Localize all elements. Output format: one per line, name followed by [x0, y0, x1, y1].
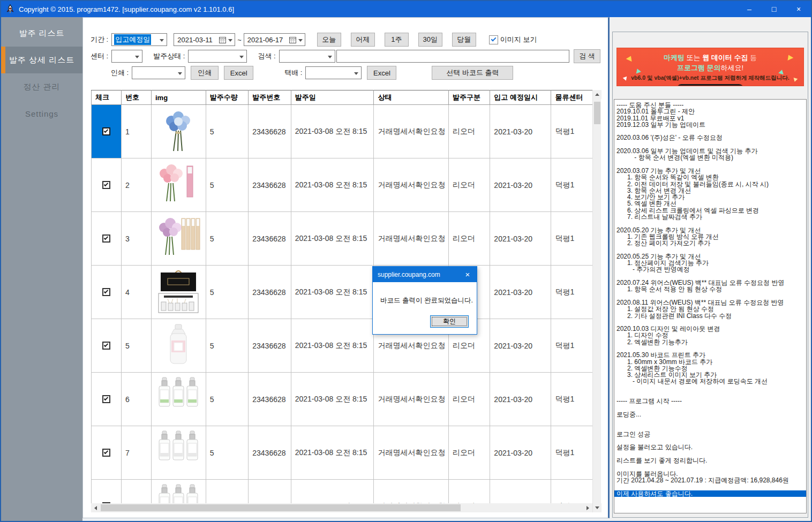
row-checkbox-cell[interactable]: [92, 480, 122, 504]
center-select[interactable]: [111, 50, 142, 63]
minimize-icon[interactable]: –: [737, 1, 762, 17]
check-icon: [104, 182, 108, 186]
due-date: 2021-03-20: [490, 266, 551, 319]
date-from-value: 2021-03-11: [177, 36, 213, 44]
order-qty: 5: [206, 266, 248, 319]
excel-button-1[interactable]: Excel: [224, 66, 253, 80]
row-checkbox-cell[interactable]: [92, 158, 122, 212]
period-type-value: 입고예정일: [114, 34, 151, 45]
date-from-picker[interactable]: 2021-03-11: [174, 33, 235, 46]
log-line: - 추가의견 반영예정: [614, 266, 806, 273]
order-date: 2021-03-08 오전 8:15: [291, 426, 374, 480]
courier-select[interactable]: [305, 66, 362, 79]
column-header-3[interactable]: 발주수량: [206, 90, 248, 105]
chevron-down-icon: [354, 72, 358, 75]
range-button-0[interactable]: 오늘: [317, 33, 341, 47]
due-date: 2021-03-20: [490, 426, 551, 480]
order-type: 리오더: [448, 426, 490, 480]
due-date: 2021-03-20: [490, 373, 551, 426]
row-checkbox[interactable]: [102, 288, 110, 296]
range-button-1[interactable]: 어제: [351, 33, 375, 47]
row-checkbox-cell[interactable]: [92, 266, 122, 319]
check-icon: [104, 450, 108, 454]
logistics-center: 덕평1: [551, 105, 592, 158]
app-window: Copyright © 2015. program1472. [supplier…: [0, 0, 812, 522]
row-checkbox[interactable]: [102, 181, 110, 189]
chevron-down-icon: [160, 39, 164, 42]
range-button-2[interactable]: 1주: [385, 33, 409, 47]
vertical-scroll-thumb[interactable]: [594, 102, 600, 124]
log-line: 로딩중...: [614, 411, 806, 418]
excel-button-2[interactable]: Excel: [367, 66, 396, 80]
horizontal-scroll-thumb[interactable]: [101, 504, 461, 511]
check-icon: [104, 289, 108, 293]
log-line: - 이미지 내문서 경로에 저장하여 로딩속도 개선: [614, 378, 806, 384]
column-header-9[interactable]: 물류센터: [551, 90, 592, 105]
row-checkbox[interactable]: [102, 342, 110, 350]
order-date: 2021-03-08 오전 8:15: [291, 212, 374, 266]
column-header-5[interactable]: 발주일: [291, 90, 374, 105]
sidebar-item-order-list[interactable]: 발주 리스트: [1, 20, 82, 47]
search-input[interactable]: [336, 50, 569, 63]
row-checkbox-cell[interactable]: [92, 373, 122, 426]
row-checkbox-cell[interactable]: [92, 319, 122, 373]
order-qty: 5: [206, 319, 248, 373]
scroll-up-icon[interactable]: [593, 90, 602, 99]
scroll-left-icon[interactable]: [91, 503, 100, 512]
sidebar-item-settings[interactable]: Settings: [1, 100, 82, 127]
row-checkbox[interactable]: [102, 449, 110, 457]
column-header-8[interactable]: 입고 예정일시: [490, 90, 551, 105]
sidebar-item-order-detail-list[interactable]: 발주 상세 리스트: [1, 47, 82, 73]
row-checkbox-cell[interactable]: [92, 212, 122, 266]
order-date: 2021-03-08 오전 8:15: [291, 105, 374, 158]
row-number: 8: [122, 480, 152, 504]
logistics-center: 덕평1: [551, 319, 592, 373]
horizontal-scrollbar[interactable]: [91, 503, 592, 512]
scroll-down-icon[interactable]: [593, 503, 602, 512]
pink-flower-with-stick-image: [152, 158, 206, 212]
ad-banner[interactable]: 마케팅 또는 웹 데이터 수집 등 프로그램 문의하세요! vb6.0 및 vb…: [616, 48, 804, 86]
row-checkbox[interactable]: [102, 127, 110, 135]
column-header-4[interactable]: 발주번호: [249, 90, 291, 105]
dialog-close-icon[interactable]: ×: [458, 267, 477, 282]
image-view-checkbox[interactable]: [489, 35, 498, 44]
sidebar-item-settlement[interactable]: 정산 관리: [1, 73, 82, 100]
order-date: 2021-03-08 오전 8:15: [291, 158, 374, 212]
order-date: 2021-03-08 오전 8:15: [291, 266, 374, 319]
close-icon[interactable]: ×: [786, 1, 811, 17]
blue-flower-bouquet-image: [152, 105, 206, 158]
print-select[interactable]: [132, 66, 185, 79]
range-button-3[interactable]: 30일: [418, 33, 442, 47]
search-type-select[interactable]: [279, 50, 335, 63]
period-type-select[interactable]: 입고예정일: [111, 33, 167, 46]
column-header-7[interactable]: 발주구분: [448, 90, 490, 105]
row-checkbox-cell[interactable]: [92, 105, 122, 158]
print-button[interactable]: 인쇄: [191, 66, 219, 80]
scroll-right-icon[interactable]: [583, 503, 592, 512]
search-button[interactable]: 검 색: [574, 49, 600, 63]
row-checkbox[interactable]: [102, 234, 110, 243]
row-checkbox[interactable]: [102, 395, 110, 403]
due-date: 2021-03-20: [490, 480, 551, 504]
column-header-6[interactable]: 상태: [374, 90, 449, 105]
row-number: 6: [122, 373, 152, 426]
date-to-picker[interactable]: 2021-06-17: [244, 33, 305, 46]
vertical-scrollbar[interactable]: [592, 90, 601, 512]
order-status-select[interactable]: [188, 50, 247, 63]
table-row: 35234366282021-03-08 오전 8:15거래명세서확인요청리오더…: [92, 212, 593, 266]
column-header-0[interactable]: 체크: [92, 90, 122, 105]
log-line: [614, 385, 806, 391]
column-header-2[interactable]: img: [152, 90, 206, 105]
dialog-ok-button[interactable]: 확인: [430, 315, 469, 328]
order-number: 23436628: [249, 373, 291, 426]
row-checkbox-cell[interactable]: [92, 426, 122, 480]
toolbar-print-row: 인쇄 : 인쇄 Excel 택배 : Excel 선택 바코드 출력: [88, 66, 600, 80]
column-header-1[interactable]: 번호: [122, 90, 152, 105]
range-button-4[interactable]: 당월: [452, 33, 476, 47]
order-status: 거래명세서확인요청: [374, 105, 449, 158]
maximize-icon[interactable]: □: [762, 1, 786, 17]
chevron-down-icon: [239, 56, 244, 58]
check-icon: [104, 236, 108, 240]
center-label: 센터 :: [91, 51, 108, 61]
print-selected-barcode-button[interactable]: 선택 바코드 출력: [432, 66, 513, 80]
